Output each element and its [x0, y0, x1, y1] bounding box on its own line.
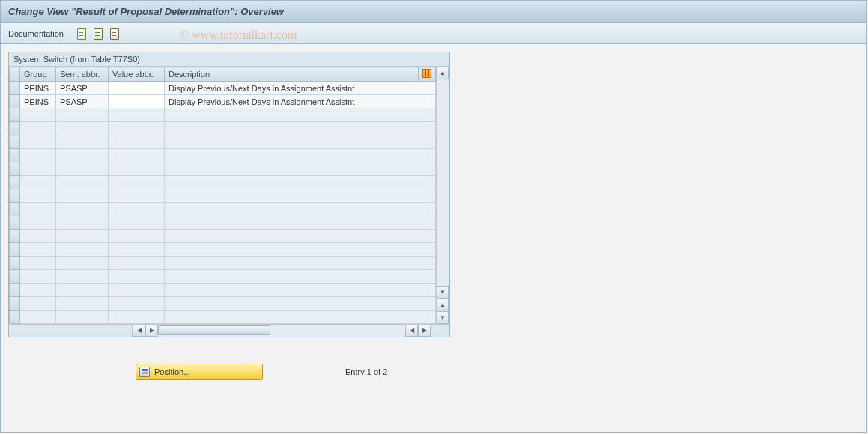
cell-group: [20, 243, 56, 257]
table-row-empty: [10, 162, 436, 176]
cell-desc[interactable]: Display Previous/Next Days in Assignment…: [165, 82, 436, 95]
cell-val: [109, 176, 165, 189]
table-row-empty: [10, 216, 436, 230]
cell-desc: [165, 189, 436, 203]
cell-sem: [56, 122, 109, 135]
row-selector[interactable]: [10, 135, 20, 149]
col-header-val[interactable]: Value abbr.: [109, 67, 165, 82]
table-row-empty: [10, 230, 436, 243]
scroll-page-down-button[interactable]: ▼: [437, 311, 449, 324]
table-config-button[interactable]: [419, 67, 436, 82]
cell-sem: [56, 203, 109, 216]
arrow-left-icon: ◀: [410, 328, 414, 334]
row-selector[interactable]: [10, 122, 20, 135]
position-icon: [139, 367, 150, 377]
scroll-down-button[interactable]: ▼: [437, 286, 449, 299]
row-selector[interactable]: [10, 203, 20, 216]
scroll-right-button[interactable]: ▶: [145, 325, 158, 337]
hscroll-thumb[interactable]: [158, 326, 270, 335]
row-selector[interactable]: [10, 149, 20, 162]
row-selector[interactable]: [10, 243, 20, 257]
cell-group[interactable]: PEINS: [20, 82, 56, 95]
cell-sem: [56, 149, 109, 162]
cell-val: [109, 257, 165, 270]
row-selector[interactable]: [10, 270, 20, 284]
row-selector[interactable]: [10, 297, 20, 311]
table-row-empty: [10, 149, 436, 162]
row-selector[interactable]: [10, 95, 20, 109]
data-table: Group Sem. abbr. Value abbr. Description…: [9, 67, 436, 324]
cell-desc: [165, 109, 436, 122]
table-row-empty: [10, 257, 436, 270]
app-window: Change View "Result of Proposal Determin…: [0, 0, 867, 433]
cell-val: [109, 109, 165, 122]
documentation-button[interactable]: Documentation: [8, 29, 64, 38]
table-row-empty: [10, 109, 436, 122]
table-row[interactable]: PEINSPSASPDisplay Previous/Next Days in …: [10, 82, 436, 95]
cell-val: [109, 162, 165, 176]
col-header-desc[interactable]: Description: [165, 67, 419, 82]
vertical-scrollbar[interactable]: ▲ ▼ ▲ ▼: [436, 67, 449, 324]
entry-count-text: Entry 1 of 2: [345, 367, 387, 376]
cell-group: [20, 109, 56, 122]
cell-sem: [56, 284, 109, 297]
config-icon: [422, 69, 431, 78]
content-area: System Switch (from Table T77S0) Group S…: [1, 44, 866, 388]
arrow-up-icon: ▲: [440, 302, 446, 308]
row-selector[interactable]: [10, 284, 20, 297]
row-selector[interactable]: [10, 189, 20, 203]
row-selector[interactable]: [10, 257, 20, 270]
row-selector[interactable]: [10, 109, 20, 122]
row-selector[interactable]: [10, 82, 20, 95]
cell-desc[interactable]: Display Previous/Next Days in Assignment…: [165, 95, 436, 109]
cell-desc: [165, 122, 436, 135]
scroll-left-end-button[interactable]: ◀: [405, 325, 418, 337]
cell-group: [20, 122, 56, 135]
col-header-group[interactable]: Group: [20, 67, 56, 82]
cell-val[interactable]: [109, 82, 165, 95]
table-row-empty: [10, 135, 436, 149]
toolbar-doc-icon-1[interactable]: [76, 28, 88, 40]
cell-desc: [165, 203, 436, 216]
toolbar-doc-icon-2[interactable]: [92, 28, 104, 40]
col-header-sem[interactable]: Sem. abbr.: [56, 67, 109, 82]
cell-val[interactable]: [109, 95, 165, 109]
table-row[interactable]: PEINSPSASPDisplay Previous/Next Days in …: [10, 95, 436, 109]
scroll-page-up-button[interactable]: ▲: [437, 299, 449, 311]
cell-group[interactable]: PEINS: [20, 95, 56, 109]
select-all-header[interactable]: [10, 67, 20, 82]
arrow-right-icon: ▶: [422, 328, 427, 334]
scroll-right-end-button[interactable]: ▶: [418, 325, 431, 337]
hscroll-corner: [431, 325, 449, 337]
row-selector[interactable]: [10, 162, 20, 176]
hscroll-track[interactable]: [158, 325, 405, 337]
cell-sem: [56, 270, 109, 284]
cell-sem: [56, 135, 109, 149]
horizontal-scrollbar[interactable]: ◀ ▶ ◀ ▶: [9, 324, 449, 337]
toolbar-doc-icon-3[interactable]: [109, 28, 121, 40]
table-row-empty: [10, 122, 436, 135]
row-selector[interactable]: [10, 216, 20, 230]
cell-val: [109, 135, 165, 149]
scroll-up-button[interactable]: ▲: [437, 67, 449, 79]
row-selector[interactable]: [10, 311, 20, 324]
cell-sem: [56, 109, 109, 122]
row-selector[interactable]: [10, 176, 20, 189]
cell-desc: [165, 297, 436, 311]
vscroll-track[interactable]: [437, 79, 449, 286]
table-row-empty: [10, 189, 436, 203]
table-row-empty: [10, 203, 436, 216]
cell-val: [109, 243, 165, 257]
footer-row: Position... Entry 1 of 2: [136, 364, 858, 380]
row-selector[interactable]: [10, 230, 20, 243]
cell-sem[interactable]: PSASP: [56, 82, 109, 95]
cell-desc: [165, 270, 436, 284]
cell-group: [20, 162, 56, 176]
cell-desc: [165, 216, 436, 230]
position-button[interactable]: Position...: [136, 364, 263, 380]
scroll-left-button[interactable]: ◀: [133, 325, 145, 337]
cell-val: [109, 284, 165, 297]
cell-sem[interactable]: PSASP: [56, 95, 109, 109]
table-caption: System Switch (from Table T77S0): [9, 52, 449, 67]
toolbar: Documentation: [1, 23, 866, 44]
